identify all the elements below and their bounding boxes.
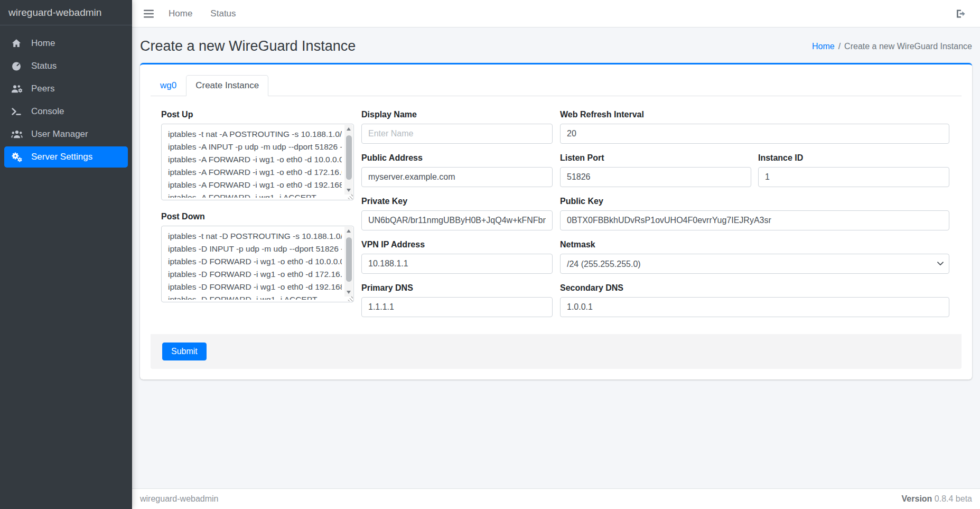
primary-dns-input[interactable] xyxy=(361,297,553,317)
public-key-input[interactable] xyxy=(560,210,949,230)
sidebar-item-label: User Manager xyxy=(31,129,88,140)
post-scripts-column: Post Up iptables -t nat -A POSTROUTING -… xyxy=(161,110,354,327)
netmask-select[interactable]: /24 (255.255.255.0) xyxy=(560,254,949,274)
app-window: wireguard-webadmin Home Status Peers xyxy=(0,0,980,509)
tab-create-instance[interactable]: Create Instance xyxy=(186,75,268,96)
sidebar-item-label: Peers xyxy=(31,84,54,94)
footer-version-label: Version xyxy=(902,494,932,503)
post-down-scrollbar[interactable] xyxy=(344,227,353,297)
sidebar-item-label: Server Settings xyxy=(31,152,92,162)
post-up-group: Post Up iptables -t nat -A POSTROUTING -… xyxy=(161,110,354,200)
sidebar-item-home[interactable]: Home xyxy=(4,33,128,54)
sidebar-item-server-settings[interactable]: Server Settings xyxy=(4,146,128,168)
scroll-down-icon[interactable] xyxy=(344,187,353,194)
display-name-group: Display Name xyxy=(361,110,553,144)
page-title: Create a new WireGuard Instance xyxy=(140,38,356,54)
netmask-group: Netmask /24 (255.255.255.0) xyxy=(560,240,949,274)
instance-tabs: wg0 Create Instance xyxy=(151,75,962,96)
post-up-textarea[interactable]: iptables -t nat -A POSTROUTING -s 10.188… xyxy=(161,124,354,200)
scrollbar-thumb[interactable] xyxy=(346,237,352,282)
users-icon xyxy=(11,129,25,140)
navbar-link-status[interactable]: Status xyxy=(210,8,236,19)
instance-card: wg0 Create Instance Display Name Web Ref… xyxy=(140,63,972,380)
scroll-up-icon[interactable] xyxy=(344,125,353,133)
web-refresh-interval-input[interactable] xyxy=(560,124,949,144)
post-up-label: Post Up xyxy=(161,110,354,119)
tab-wg0[interactable]: wg0 xyxy=(151,75,186,96)
public-address-input[interactable] xyxy=(361,167,553,187)
sidebar-toggle-icon[interactable] xyxy=(144,10,154,18)
instance-id-label: Instance ID xyxy=(758,153,949,163)
post-down-label: Post Down xyxy=(161,212,354,221)
listen-port-group: Listen Port xyxy=(560,153,751,187)
cogs-icon xyxy=(11,152,25,162)
sidebar-nav: Home Status Peers Console xyxy=(0,25,132,173)
primary-dns-group: Primary DNS xyxy=(361,283,553,317)
netmask-label: Netmask xyxy=(560,240,949,249)
content: Create a new WireGuard Instance Home/Cre… xyxy=(132,27,980,488)
public-address-label: Public Address xyxy=(361,153,553,163)
private-key-group: Private Key xyxy=(361,197,553,230)
form-footer: Submit xyxy=(151,334,962,369)
sidebar-item-label: Home xyxy=(31,38,55,49)
content-header: Create a new WireGuard Instance Home/Cre… xyxy=(132,27,980,63)
users-gear-icon xyxy=(11,84,25,94)
sidebar-item-status[interactable]: Status xyxy=(4,55,128,77)
secondary-dns-group: Secondary DNS xyxy=(560,283,949,317)
post-down-textarea[interactable]: iptables -t nat -D POSTROUTING -s 10.188… xyxy=(161,226,354,302)
post-up-text: iptables -t nat -A POSTROUTING -s 10.188… xyxy=(168,128,342,198)
web-refresh-interval-group: Web Refresh Interval xyxy=(560,110,949,144)
private-key-input[interactable] xyxy=(361,210,553,230)
sidebar-item-label: Console xyxy=(31,106,64,117)
primary-dns-label: Primary DNS xyxy=(361,283,553,293)
public-key-group: Public Key xyxy=(560,197,949,230)
secondary-dns-input[interactable] xyxy=(560,297,949,317)
sidebar-item-label: Status xyxy=(31,61,57,71)
main-area: Home Status Create a new WireGuard Insta… xyxy=(132,0,980,509)
footer-version: Version 0.8.4 beta xyxy=(902,494,972,504)
port-instance-group: Listen Port Instance ID xyxy=(560,153,949,187)
sidebar-item-console[interactable]: Console xyxy=(4,101,128,122)
breadcrumb-current: Create a new WireGuard Instance xyxy=(844,42,972,51)
submit-button[interactable]: Submit xyxy=(162,343,207,360)
vpn-ip-label: VPN IP Address xyxy=(361,240,553,249)
listen-port-label: Listen Port xyxy=(560,153,751,163)
create-instance-form: Display Name Web Refresh Interval Post xyxy=(151,96,962,327)
top-navbar: Home Status xyxy=(132,0,980,27)
private-key-label: Private Key xyxy=(361,197,553,206)
listen-port-input[interactable] xyxy=(560,167,751,187)
tachometer-icon xyxy=(11,61,25,71)
sidebar-item-user-manager[interactable]: User Manager xyxy=(4,124,128,145)
display-name-input[interactable] xyxy=(361,124,553,144)
instance-id-group: Instance ID xyxy=(758,153,949,187)
display-name-label: Display Name xyxy=(361,110,553,119)
breadcrumb-separator: / xyxy=(838,42,841,51)
breadcrumb: Home/Create a new WireGuard Instance xyxy=(812,42,972,51)
post-down-text: iptables -t nat -D POSTROUTING -s 10.188… xyxy=(168,230,342,300)
post-down-group: Post Down iptables -t nat -D POSTROUTING… xyxy=(161,212,354,302)
web-refresh-interval-label: Web Refresh Interval xyxy=(560,110,949,119)
scroll-up-icon[interactable] xyxy=(344,227,353,235)
scroll-down-icon[interactable] xyxy=(344,289,353,296)
breadcrumb-home-link[interactable]: Home xyxy=(812,42,835,51)
navbar-link-home[interactable]: Home xyxy=(169,8,192,19)
public-address-group: Public Address xyxy=(361,153,553,187)
terminal-icon xyxy=(11,106,25,117)
page-footer: wireguard-webadmin Version 0.8.4 beta xyxy=(132,488,980,509)
footer-app-name: wireguard-webadmin xyxy=(140,494,219,504)
footer-version-value: 0.8.4 beta xyxy=(935,494,972,503)
sidebar-item-peers[interactable]: Peers xyxy=(4,78,128,99)
vpn-ip-group: VPN IP Address xyxy=(361,240,553,274)
home-icon xyxy=(11,38,25,49)
brand-title[interactable]: wireguard-webadmin xyxy=(0,0,132,25)
instance-id-input[interactable] xyxy=(758,167,949,187)
logout-icon[interactable] xyxy=(956,9,966,18)
public-key-label: Public Key xyxy=(560,197,949,206)
scrollbar-thumb[interactable] xyxy=(346,135,352,180)
secondary-dns-label: Secondary DNS xyxy=(560,283,949,293)
sidebar: wireguard-webadmin Home Status Peers xyxy=(0,0,132,509)
vpn-ip-input[interactable] xyxy=(361,254,553,274)
post-up-scrollbar[interactable] xyxy=(344,125,353,195)
